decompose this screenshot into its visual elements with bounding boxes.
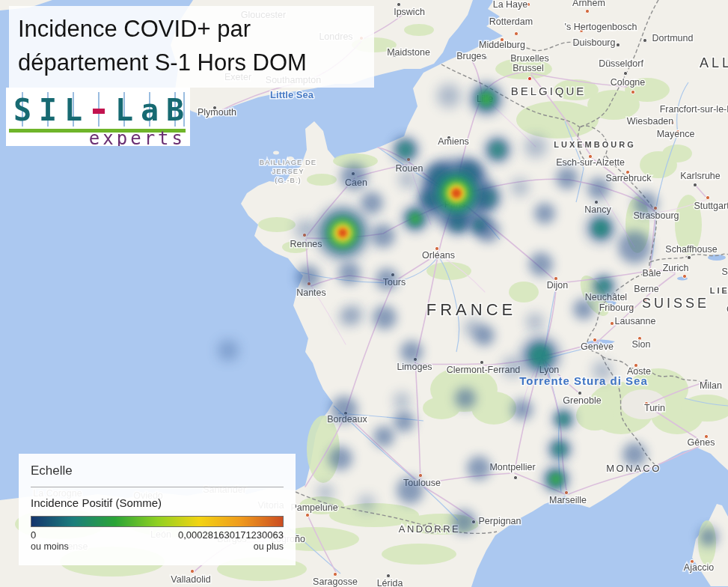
logo-letter: B	[166, 93, 184, 127]
map-heat-ring	[553, 442, 567, 457]
map-label-ipswich: Ipswich	[394, 7, 425, 17]
map-heat-ring	[597, 279, 611, 294]
map-label-cologne: Cologne	[611, 77, 646, 88]
map-heat-point	[534, 203, 555, 224]
map-heat-point	[529, 252, 553, 276]
map-label-suisse: SUISSE	[642, 296, 709, 311]
map-label-francfort-sur-le-main: Francfort-sur-le-Main	[660, 104, 728, 115]
map-label-saint-gall: Saint-Gall	[722, 267, 728, 277]
map-city-dot	[643, 38, 646, 42]
map-label--s-hertogenbosch: 's Hertogenbosch	[565, 22, 637, 32]
map-heat-ring	[452, 510, 476, 534]
map-heat-point	[470, 82, 503, 115]
map-heat-ring	[699, 527, 718, 547]
map-label-liechtenstein: LIECHTENSTEIN	[710, 286, 728, 295]
map-heat-point	[452, 510, 476, 534]
map-label-allemagne: ALLEMAGNE	[700, 55, 728, 70]
map-heat-ring	[394, 411, 415, 432]
map-heat-ring	[529, 252, 553, 276]
map-heat-ring	[623, 442, 646, 466]
map-heat-ring	[557, 413, 569, 425]
map-heat-ring	[361, 192, 383, 214]
map-heat-point	[437, 84, 461, 108]
map-city-dot	[610, 321, 614, 325]
map-label-grenoble: Grenoble	[563, 395, 601, 406]
map-heat-point	[295, 219, 316, 240]
map-visual: Little SeaTorrente Stura di SeaBELGIQUEL…	[0, 0, 728, 587]
map-label-montpellier: Montpellier	[489, 462, 535, 472]
map-heat-ring	[411, 214, 420, 224]
map-label-arnhem: Arnhem	[572, 0, 605, 8]
map-heat-point	[316, 206, 370, 260]
map-city-dot	[706, 195, 709, 199]
logo-letter: L	[64, 93, 82, 127]
map-city-dot	[514, 31, 518, 35]
map-label-lausanne: Lausanne	[615, 316, 656, 326]
map-heat-ring	[373, 305, 397, 329]
map-heat-point	[400, 341, 423, 363]
map-label-b-le: Bâle	[642, 268, 661, 279]
map-label-belgique: BELGIQUE	[511, 85, 587, 97]
map-heat-ring	[587, 177, 610, 200]
map-label-sion: Sion	[631, 339, 650, 350]
legend-min-caption: ou moins	[31, 541, 69, 552]
map-heat-ring	[218, 340, 239, 361]
map-label-berne: Berne	[634, 284, 658, 294]
map-label-esch-sur-alzette: Esch-sur-Alzette	[556, 157, 625, 168]
map-heat-point	[399, 171, 417, 189]
map-label--g-b-: (G.-B.)	[275, 176, 302, 184]
map-heat-point	[358, 495, 375, 511]
map-heat-point	[328, 446, 352, 470]
map-heat-point	[511, 178, 529, 196]
map-city-dot	[631, 90, 634, 94]
map-heat-ring	[295, 219, 316, 240]
map-label-duisbourg: Duisbourg	[573, 37, 616, 48]
map-heat-ring	[573, 299, 594, 320]
map-heat-point	[455, 388, 476, 409]
map-heat-point	[376, 268, 398, 291]
map-heat-ring	[358, 495, 375, 511]
map-heat-point	[296, 265, 320, 289]
map-heat-ring	[634, 192, 658, 216]
map-heat-point	[474, 325, 495, 346]
map-label-milan: Milan	[700, 380, 722, 391]
map-city-dot	[616, 43, 620, 46]
map-heat-point	[392, 136, 419, 163]
map-heat-point	[526, 313, 544, 331]
map-heat-ring	[529, 344, 551, 367]
map-label-stuttgart: Stuttgart	[694, 201, 728, 211]
legend-gradient-bar	[31, 516, 284, 527]
map-island-guernsey	[273, 151, 279, 155]
map-label-zurich: Zurich	[663, 263, 689, 273]
map-city-dot	[397, 2, 400, 6]
logo-letter: L	[115, 93, 133, 127]
map-label-andorre: ANDORRE	[399, 523, 461, 535]
map-label-gen-ve: Genève	[581, 341, 614, 352]
map-heat-ring	[474, 325, 495, 346]
map-heat-point	[331, 396, 358, 423]
map-heat-point	[587, 214, 615, 243]
map-heat-point	[618, 231, 651, 264]
map-city-dot	[682, 274, 686, 278]
map-heat-ring	[339, 308, 357, 326]
map-heat-ring	[399, 171, 417, 189]
map-label-bruxelles: Bruxelles	[510, 53, 548, 64]
map-heat-ring	[534, 203, 555, 224]
map-heat-point	[402, 205, 429, 232]
map-label-middelburg: Middelburg	[479, 40, 525, 50]
map-heat-point	[542, 466, 569, 493]
map-heat-point	[394, 411, 415, 432]
legend-measure-label: Incidence Positif (Somme)	[31, 496, 284, 509]
map-label-la-haye: La Haye	[493, 0, 528, 10]
logo-letter: S	[13, 93, 31, 127]
map-label-l-rida: Lérida	[377, 578, 403, 587]
map-city-dot	[386, 574, 390, 577]
map-city-dot	[578, 391, 581, 395]
map-label-brussel: Brussel	[513, 63, 544, 73]
map-heat-ring	[502, 356, 523, 377]
map-city-dot	[585, 9, 589, 13]
map-heat-point	[524, 136, 547, 158]
map-label-dijon: Dijon	[547, 280, 569, 291]
map-label-little-sea: Little Sea	[270, 89, 314, 100]
map-heat-point	[338, 262, 361, 285]
